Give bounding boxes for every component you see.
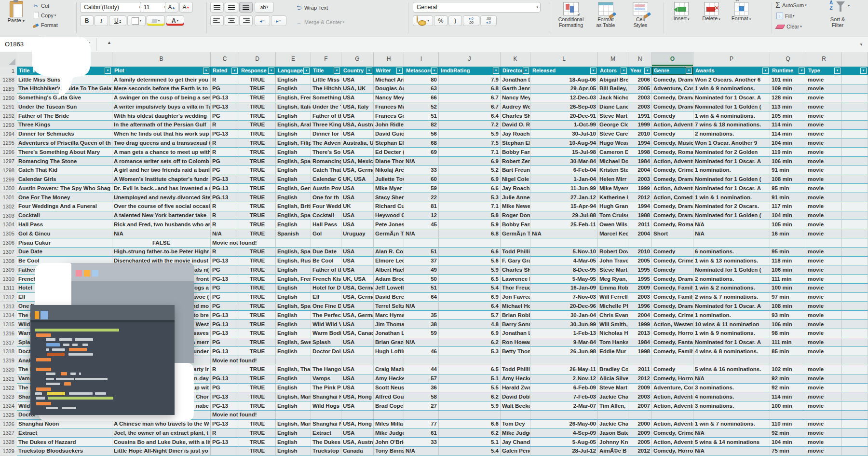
- align-top-button[interactable]: [210, 2, 224, 13]
- cell-Q1327[interactable]: 92 min: [770, 428, 806, 438]
- cell-Q1293[interactable]: 114 min: [770, 121, 806, 130]
- cell-O1312[interactable]: Comedy, Family,: [652, 293, 693, 302]
- cell-J1309[interactable]: 5.9: [439, 265, 501, 275]
- cell-P1308[interactable]: 1 win & 13 nominations.: [693, 257, 770, 266]
- cell-Q1325[interactable]: [770, 411, 806, 420]
- cell-Q1291[interactable]: 113 min: [770, 102, 806, 111]
- cell-K1288[interactable]: Jonathan Da: [501, 75, 530, 84]
- row-number[interactable]: 1309: [0, 265, 14, 275]
- cell-P1298[interactable]: 1 nomination.: [693, 166, 770, 175]
- cell-D1291[interactable]: TRUE: [239, 102, 276, 111]
- cell-H1305[interactable]: GermÃ¡n T: [374, 229, 404, 238]
- cell-Q1318[interactable]: 85 min: [770, 347, 806, 356]
- cell-E1296[interactable]: English: [276, 148, 311, 157]
- cell-D1307[interactable]: TRUE: [239, 248, 276, 257]
- cell-M1329[interactable]: AimÃ©e B: [598, 447, 628, 456]
- cell-R1323[interactable]: movie: [806, 392, 842, 401]
- row-number[interactable]: 1314: [0, 311, 14, 320]
- cell-K1313[interactable]: Michael Hof: [501, 302, 530, 311]
- cell-L1321[interactable]: 2-Nov-12: [530, 374, 598, 384]
- row-number[interactable]: 1297: [0, 157, 14, 166]
- underline-button[interactable]: U▾: [109, 15, 126, 26]
- cell-Q1305[interactable]: 16 min: [770, 229, 806, 238]
- cell-L1310[interactable]: 5-May-95: [530, 275, 598, 284]
- cell-M1310[interactable]: Meg Ryan,: [598, 275, 628, 284]
- shrink-font-button[interactable]: A▼: [179, 2, 193, 13]
- cell-L1303[interactable]: 29-Jul-88: [530, 211, 598, 221]
- cell-D1329[interactable]: TRUE: [239, 447, 276, 456]
- cell-P1319[interactable]: [693, 356, 770, 365]
- cell-D1305[interactable]: TRUE: [239, 229, 276, 238]
- orientation-button[interactable]: ab̸▾: [255, 2, 274, 13]
- cell-C1315[interactable]: PG-13: [211, 320, 239, 329]
- cell-B1299[interactable]: A Women's Institute chapter's fundr: [112, 175, 211, 184]
- cell-F1314[interactable]: The Perfect: [311, 311, 341, 320]
- cell-P1307[interactable]: 6 nominations.: [693, 248, 770, 257]
- cell-N1324[interactable]: 2007: [628, 401, 652, 411]
- cell-J1306[interactable]: [439, 238, 501, 248]
- cell-C1290[interactable]: PG-13: [211, 94, 239, 103]
- cell-H1329[interactable]: Tony Binns,: [374, 447, 404, 456]
- cell-J1302[interactable]: 7.1: [439, 202, 501, 211]
- cell-K1326[interactable]: Tom Dey: [501, 420, 530, 429]
- cell-L1289[interactable]: 29-Apr-05: [530, 84, 598, 94]
- cell-L1311[interactable]: 16-Jan-09: [530, 284, 598, 293]
- cell-K1321[interactable]: Amy Heckerl: [501, 374, 530, 384]
- cell-D1324[interactable]: TRUE: [239, 401, 276, 411]
- cell-O1317[interactable]: Comedy, Fantasy: [652, 338, 693, 347]
- cell-Q1288[interactable]: 101 min: [770, 75, 806, 84]
- cell-O1289[interactable]: Adventure, Come: [652, 84, 693, 94]
- cell-S1319[interactable]: [842, 356, 868, 365]
- cell-D1290[interactable]: TRUE: [239, 94, 276, 103]
- cell-D1311[interactable]: TRUE: [239, 284, 276, 293]
- cell-N1301[interactable]: 2012: [628, 193, 652, 202]
- row-number[interactable]: 1: [0, 67, 14, 75]
- cell-G1323[interactable]: USA, Hong K: [341, 392, 374, 401]
- cell-L1328[interactable]: 5-Aug-05: [530, 438, 598, 447]
- filter-dropdown-P[interactable]: ▼: [762, 68, 769, 74]
- cell-C1300[interactable]: PG-13: [211, 184, 239, 193]
- cell-B1289[interactable]: Mere seconds before the Earth is to: [112, 84, 211, 94]
- cell-D1297[interactable]: TRUE: [239, 157, 276, 166]
- cell-J1317[interactable]: 6.2: [439, 338, 501, 347]
- cell-K1296[interactable]: Bobby Farrel: [501, 148, 530, 157]
- cell-G1314[interactable]: USA, Germa: [341, 311, 374, 320]
- cell-F1291[interactable]: Under the ': [311, 102, 341, 111]
- cell-C1311[interactable]: PG: [211, 284, 239, 293]
- cell-N1329[interactable]: 2012: [628, 447, 652, 456]
- cell-F1301[interactable]: One for th: [311, 193, 341, 202]
- cell-O1325[interactable]: [652, 411, 693, 420]
- cell-A1298[interactable]: Catch That Kid: [17, 166, 112, 175]
- cell-K1319[interactable]: [501, 356, 530, 365]
- traffic-light-close-icon[interactable]: [76, 270, 82, 276]
- cell-H1308[interactable]: Elmore Leo: [374, 257, 404, 266]
- cell-L1294[interactable]: 30-Jul-10: [530, 130, 598, 139]
- cell-A1326[interactable]: Shanghai Noon: [17, 420, 112, 429]
- row-number[interactable]: 1319: [0, 356, 14, 365]
- align-bottom-button[interactable]: [239, 2, 253, 13]
- cell-M1294[interactable]: Steve Carel: [598, 130, 628, 139]
- cell-P1315[interactable]: 10 wins & 11 nomination: [693, 320, 770, 329]
- cell-Q1319[interactable]: [770, 356, 806, 365]
- cell-A1290[interactable]: Something's Gotta Give: [17, 94, 112, 103]
- cell-E1317[interactable]: English, Swed: [276, 338, 311, 347]
- row-number[interactable]: 1302: [0, 202, 14, 211]
- filter-dropdown-R[interactable]: ▼: [834, 68, 841, 74]
- cell-D1314[interactable]: TRUE: [239, 311, 276, 320]
- cell-D1320[interactable]: TRUE: [239, 365, 276, 374]
- cell-G1298[interactable]: USA, Germa: [341, 166, 374, 175]
- cell-L1290[interactable]: 12-Dec-03: [530, 94, 598, 103]
- cell-B1293[interactable]: In the aftermath of the Persian Gulf: [112, 121, 211, 130]
- cell-E1319[interactable]: [276, 356, 311, 365]
- cell-G1299[interactable]: UK, USA: [341, 175, 374, 184]
- cell-L1312[interactable]: 7-Nov-03: [530, 293, 598, 302]
- cell-Q1297[interactable]: 106 min: [770, 157, 806, 166]
- cell-R1317[interactable]: movie: [806, 338, 842, 347]
- cell-Q1321[interactable]: 92 min: [770, 374, 806, 384]
- cell-D1318[interactable]: TRUE: [239, 347, 276, 356]
- cell-C1289[interactable]: PG: [211, 84, 239, 94]
- cell-G1317[interactable]: USA: [341, 338, 374, 347]
- cell-R1299[interactable]: movie: [806, 175, 842, 184]
- cell-R1293[interactable]: movie: [806, 121, 842, 130]
- name-box[interactable]: O1863: [0, 37, 63, 52]
